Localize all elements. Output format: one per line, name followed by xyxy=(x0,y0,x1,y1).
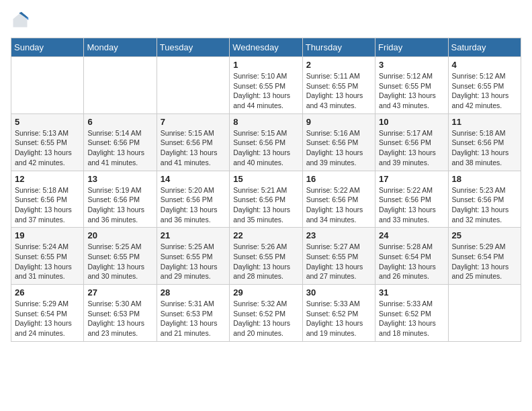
day-number: 15 xyxy=(233,174,298,184)
day-info: Sunrise: 5:32 AM Sunset: 6:52 PM Dayligh… xyxy=(233,299,298,338)
day-number: 14 xyxy=(161,174,226,184)
weekday-header-friday: Friday xyxy=(375,38,448,57)
day-info: Sunrise: 5:24 AM Sunset: 6:55 PM Dayligh… xyxy=(15,242,80,281)
day-info: Sunrise: 5:17 AM Sunset: 6:56 PM Dayligh… xyxy=(379,128,444,168)
day-number: 30 xyxy=(306,287,371,298)
day-info: Sunrise: 5:15 AM Sunset: 6:56 PM Dayligh… xyxy=(161,128,226,168)
day-info: Sunrise: 5:23 AM Sunset: 6:56 PM Dayligh… xyxy=(452,185,517,225)
calendar-cell: 23Sunrise: 5:27 AM Sunset: 6:55 PM Dayli… xyxy=(302,228,375,285)
calendar-cell: 25Sunrise: 5:29 AM Sunset: 6:54 PM Dayli… xyxy=(448,228,521,285)
day-number: 19 xyxy=(15,230,80,240)
day-number: 22 xyxy=(233,230,298,240)
page-header xyxy=(11,11,521,30)
calendar-table: SundayMondayTuesdayWednesdayThursdayFrid… xyxy=(11,38,521,342)
day-info: Sunrise: 5:31 AM Sunset: 6:53 PM Dayligh… xyxy=(161,299,226,338)
calendar-cell: 20Sunrise: 5:25 AM Sunset: 6:55 PM Dayli… xyxy=(84,228,157,285)
day-number: 18 xyxy=(452,174,517,184)
calendar-cell xyxy=(11,57,84,114)
day-info: Sunrise: 5:10 AM Sunset: 6:55 PM Dayligh… xyxy=(233,71,298,111)
day-number: 31 xyxy=(379,287,444,298)
calendar-cell: 22Sunrise: 5:26 AM Sunset: 6:55 PM Dayli… xyxy=(230,228,302,285)
calendar-cell: 8Sunrise: 5:15 AM Sunset: 6:56 PM Daylig… xyxy=(230,113,302,171)
calendar-cell: 24Sunrise: 5:28 AM Sunset: 6:54 PM Dayli… xyxy=(375,228,448,285)
day-number: 17 xyxy=(379,174,444,184)
day-info: Sunrise: 5:29 AM Sunset: 6:54 PM Dayligh… xyxy=(15,299,80,338)
calendar-cell: 13Sunrise: 5:19 AM Sunset: 6:56 PM Dayli… xyxy=(84,171,157,228)
calendar-cell: 10Sunrise: 5:17 AM Sunset: 6:56 PM Dayli… xyxy=(375,113,448,171)
calendar-week-1: 1Sunrise: 5:10 AM Sunset: 6:55 PM Daylig… xyxy=(11,57,521,114)
calendar-cell: 27Sunrise: 5:30 AM Sunset: 6:53 PM Dayli… xyxy=(84,285,157,342)
day-info: Sunrise: 5:28 AM Sunset: 6:54 PM Dayligh… xyxy=(379,242,444,281)
day-number: 6 xyxy=(87,117,152,127)
day-info: Sunrise: 5:29 AM Sunset: 6:54 PM Dayligh… xyxy=(452,242,517,281)
day-info: Sunrise: 5:18 AM Sunset: 6:56 PM Dayligh… xyxy=(452,128,517,168)
weekday-header-monday: Monday xyxy=(84,38,157,57)
logo-icon xyxy=(11,11,30,30)
day-number: 5 xyxy=(15,117,80,127)
day-info: Sunrise: 5:18 AM Sunset: 6:56 PM Dayligh… xyxy=(15,185,80,225)
day-info: Sunrise: 5:21 AM Sunset: 6:56 PM Dayligh… xyxy=(233,185,298,225)
calendar-cell: 18Sunrise: 5:23 AM Sunset: 6:56 PM Dayli… xyxy=(448,171,521,228)
day-number: 9 xyxy=(306,117,371,127)
calendar-cell: 3Sunrise: 5:12 AM Sunset: 6:55 PM Daylig… xyxy=(375,57,448,114)
day-number: 1 xyxy=(233,60,298,70)
logo xyxy=(11,11,32,30)
day-info: Sunrise: 5:25 AM Sunset: 6:55 PM Dayligh… xyxy=(87,242,152,281)
day-number: 26 xyxy=(15,287,80,298)
day-number: 25 xyxy=(452,230,517,240)
calendar-cell: 19Sunrise: 5:24 AM Sunset: 6:55 PM Dayli… xyxy=(11,228,84,285)
day-info: Sunrise: 5:15 AM Sunset: 6:56 PM Dayligh… xyxy=(233,128,298,168)
day-info: Sunrise: 5:16 AM Sunset: 6:56 PM Dayligh… xyxy=(306,128,371,168)
day-number: 12 xyxy=(15,174,80,184)
calendar-cell: 21Sunrise: 5:25 AM Sunset: 6:55 PM Dayli… xyxy=(157,228,229,285)
day-info: Sunrise: 5:27 AM Sunset: 6:55 PM Dayligh… xyxy=(306,242,371,281)
calendar-week-4: 19Sunrise: 5:24 AM Sunset: 6:55 PM Dayli… xyxy=(11,228,521,285)
day-number: 2 xyxy=(306,60,371,70)
day-number: 11 xyxy=(452,117,517,127)
calendar-cell: 9Sunrise: 5:16 AM Sunset: 6:56 PM Daylig… xyxy=(302,113,375,171)
calendar-week-3: 12Sunrise: 5:18 AM Sunset: 6:56 PM Dayli… xyxy=(11,171,521,228)
weekday-header-tuesday: Tuesday xyxy=(157,38,229,57)
day-info: Sunrise: 5:12 AM Sunset: 6:55 PM Dayligh… xyxy=(379,71,444,111)
calendar-cell xyxy=(84,57,157,114)
weekday-header-saturday: Saturday xyxy=(448,38,521,57)
day-number: 3 xyxy=(379,60,444,70)
day-number: 4 xyxy=(452,60,517,70)
calendar-cell: 5Sunrise: 5:13 AM Sunset: 6:55 PM Daylig… xyxy=(11,113,84,171)
calendar-cell: 14Sunrise: 5:20 AM Sunset: 6:56 PM Dayli… xyxy=(157,171,229,228)
day-info: Sunrise: 5:26 AM Sunset: 6:55 PM Dayligh… xyxy=(233,242,298,281)
day-info: Sunrise: 5:14 AM Sunset: 6:56 PM Dayligh… xyxy=(87,128,152,168)
day-number: 10 xyxy=(379,117,444,127)
calendar-week-2: 5Sunrise: 5:13 AM Sunset: 6:55 PM Daylig… xyxy=(11,113,521,171)
day-number: 13 xyxy=(87,174,152,184)
weekday-header-thursday: Thursday xyxy=(302,38,375,57)
day-number: 27 xyxy=(87,287,152,298)
day-info: Sunrise: 5:33 AM Sunset: 6:52 PM Dayligh… xyxy=(306,299,371,338)
calendar-cell xyxy=(448,285,521,342)
day-number: 20 xyxy=(87,230,152,240)
calendar-cell: 26Sunrise: 5:29 AM Sunset: 6:54 PM Dayli… xyxy=(11,285,84,342)
day-info: Sunrise: 5:22 AM Sunset: 6:56 PM Dayligh… xyxy=(379,185,444,225)
weekday-header-sunday: Sunday xyxy=(11,38,84,57)
day-number: 23 xyxy=(306,230,371,240)
calendar-cell: 15Sunrise: 5:21 AM Sunset: 6:56 PM Dayli… xyxy=(230,171,302,228)
day-number: 16 xyxy=(306,174,371,184)
calendar-cell: 6Sunrise: 5:14 AM Sunset: 6:56 PM Daylig… xyxy=(84,113,157,171)
day-info: Sunrise: 5:12 AM Sunset: 6:55 PM Dayligh… xyxy=(452,71,517,111)
day-number: 24 xyxy=(379,230,444,240)
calendar-cell: 16Sunrise: 5:22 AM Sunset: 6:56 PM Dayli… xyxy=(302,171,375,228)
day-number: 29 xyxy=(233,287,298,298)
calendar-week-5: 26Sunrise: 5:29 AM Sunset: 6:54 PM Dayli… xyxy=(11,285,521,342)
day-info: Sunrise: 5:19 AM Sunset: 6:56 PM Dayligh… xyxy=(87,185,152,225)
day-number: 21 xyxy=(161,230,226,240)
day-number: 8 xyxy=(233,117,298,127)
weekday-header-row: SundayMondayTuesdayWednesdayThursdayFrid… xyxy=(11,38,521,57)
day-info: Sunrise: 5:20 AM Sunset: 6:56 PM Dayligh… xyxy=(161,185,226,225)
calendar-cell: 17Sunrise: 5:22 AM Sunset: 6:56 PM Dayli… xyxy=(375,171,448,228)
day-info: Sunrise: 5:33 AM Sunset: 6:52 PM Dayligh… xyxy=(379,299,444,338)
calendar-cell: 12Sunrise: 5:18 AM Sunset: 6:56 PM Dayli… xyxy=(11,171,84,228)
calendar-cell: 2Sunrise: 5:11 AM Sunset: 6:55 PM Daylig… xyxy=(302,57,375,114)
calendar-cell: 1Sunrise: 5:10 AM Sunset: 6:55 PM Daylig… xyxy=(230,57,302,114)
calendar-cell: 28Sunrise: 5:31 AM Sunset: 6:53 PM Dayli… xyxy=(157,285,229,342)
day-info: Sunrise: 5:13 AM Sunset: 6:55 PM Dayligh… xyxy=(15,128,80,168)
